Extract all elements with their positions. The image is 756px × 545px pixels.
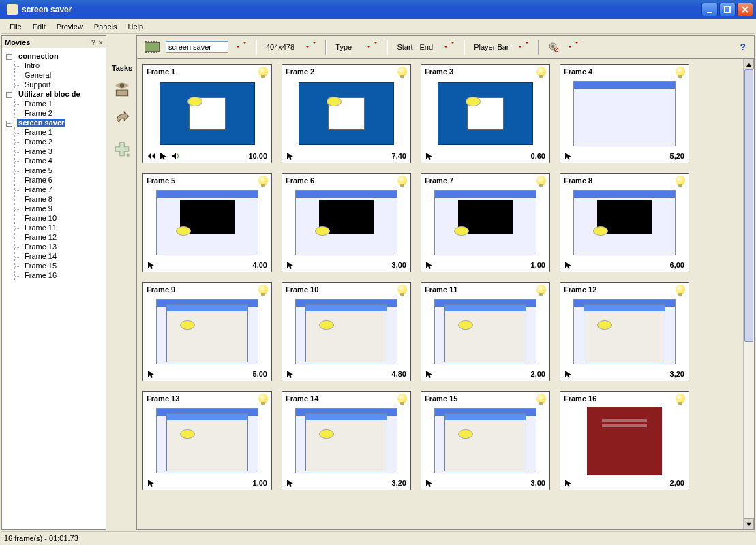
tree-item[interactable]: Frame 13 bbox=[20, 242, 104, 251]
frame-thumbnail[interactable] bbox=[431, 405, 540, 476]
frame-card[interactable]: Frame 110,00 bbox=[142, 64, 272, 164]
panel-help-button[interactable]: ? bbox=[91, 38, 96, 46]
frame-thumbnail[interactable] bbox=[153, 405, 262, 476]
scroll-down-button[interactable]: ▼ bbox=[744, 518, 754, 529]
tree-item[interactable]: Frame 1 bbox=[20, 127, 104, 137]
frame-thumbnail[interactable] bbox=[570, 187, 679, 258]
lightbulb-icon[interactable] bbox=[258, 394, 268, 403]
panel-close-button[interactable]: × bbox=[99, 38, 103, 46]
maximize-button[interactable] bbox=[719, 3, 736, 16]
lightbulb-icon[interactable] bbox=[258, 285, 268, 294]
tree-item[interactable]: Intro bbox=[20, 61, 104, 70]
tree-node-bloc[interactable]: − Utilizar el bloc de bbox=[6, 89, 104, 99]
collapse-icon[interactable]: − bbox=[6, 92, 12, 98]
lightbulb-icon[interactable] bbox=[676, 394, 685, 403]
frame-card[interactable]: Frame 112,00 bbox=[421, 282, 550, 382]
frame-card[interactable]: Frame 131,00 bbox=[142, 391, 272, 490]
menu-edit[interactable]: Edit bbox=[27, 20, 51, 33]
lightbulb-icon[interactable] bbox=[536, 67, 546, 76]
menu-file[interactable]: File bbox=[4, 20, 27, 33]
scroll-up-button[interactable]: ▲ bbox=[744, 59, 754, 69]
frame-card[interactable]: Frame 27,40 bbox=[282, 64, 411, 164]
frame-card[interactable]: Frame 153,00 bbox=[421, 391, 550, 490]
tree-item[interactable]: Frame 6 bbox=[20, 175, 104, 185]
frame-thumbnail[interactable] bbox=[431, 187, 540, 258]
frame-card[interactable]: Frame 104,80 bbox=[282, 282, 411, 382]
lightbulb-icon[interactable] bbox=[397, 176, 407, 185]
tree-item[interactable]: Frame 15 bbox=[20, 261, 104, 270]
toolbar-help-button[interactable]: ? bbox=[736, 42, 750, 52]
movies-tree[interactable]: − connection Intro General Support − Uti… bbox=[2, 48, 106, 529]
frame-card[interactable]: Frame 71,00 bbox=[421, 173, 550, 272]
frame-card[interactable]: Frame 30,60 bbox=[421, 64, 550, 164]
vertical-scrollbar[interactable]: ▲ ▼ bbox=[743, 59, 754, 529]
lightbulb-icon[interactable] bbox=[676, 285, 685, 294]
tree-item[interactable]: Frame 5 bbox=[20, 166, 104, 175]
menu-panels[interactable]: Panels bbox=[89, 20, 123, 33]
lightbulb-icon[interactable] bbox=[397, 285, 407, 294]
tree-item[interactable]: Frame 8 bbox=[20, 194, 104, 204]
frame-thumbnail[interactable] bbox=[153, 187, 262, 258]
scroll-thumb[interactable] bbox=[744, 69, 753, 342]
lightbulb-icon[interactable] bbox=[536, 285, 546, 294]
frame-card[interactable]: Frame 45,20 bbox=[560, 64, 689, 164]
lightbulb-icon[interactable] bbox=[258, 176, 268, 185]
frame-card[interactable]: Frame 63,00 bbox=[282, 173, 411, 272]
frame-thumbnail[interactable] bbox=[431, 78, 540, 149]
close-button[interactable] bbox=[737, 3, 753, 16]
task-redo-button[interactable] bbox=[112, 109, 132, 129]
startend-dropdown[interactable]: Start - End bbox=[393, 40, 458, 54]
tree-item[interactable]: Frame 9 bbox=[20, 204, 104, 213]
frame-thumbnail[interactable] bbox=[292, 405, 401, 476]
frame-card[interactable]: Frame 143,20 bbox=[282, 391, 411, 490]
frame-thumbnail[interactable] bbox=[292, 187, 401, 258]
movie-name-input[interactable] bbox=[166, 41, 228, 53]
task-preview-button[interactable] bbox=[112, 79, 132, 99]
tree-item[interactable]: Frame 12 bbox=[20, 232, 104, 242]
lightbulb-icon[interactable] bbox=[397, 394, 407, 403]
lightbulb-icon[interactable] bbox=[536, 394, 546, 403]
tree-node-connection[interactable]: − connection bbox=[6, 51, 104, 61]
tree-item[interactable]: Frame 7 bbox=[20, 185, 104, 194]
tree-item[interactable]: General bbox=[20, 70, 104, 80]
settings-dropdown[interactable] bbox=[545, 40, 582, 54]
lightbulb-icon[interactable] bbox=[397, 67, 407, 76]
tree-item[interactable]: Frame 16 bbox=[20, 270, 104, 280]
frame-thumbnail[interactable] bbox=[570, 405, 679, 476]
size-dropdown[interactable]: 404x478 bbox=[262, 40, 320, 54]
collapse-icon[interactable]: − bbox=[6, 121, 12, 127]
tree-item[interactable]: Frame 14 bbox=[20, 251, 104, 261]
tree-node-screensaver[interactable]: − screen saver bbox=[6, 118, 104, 127]
tree-item[interactable]: Frame 3 bbox=[20, 146, 104, 156]
tb-movie-icon[interactable] bbox=[141, 40, 163, 54]
menu-preview[interactable]: Preview bbox=[51, 20, 89, 33]
lightbulb-icon[interactable] bbox=[536, 176, 546, 185]
frame-thumbnail[interactable] bbox=[431, 296, 540, 367]
frame-thumbnail[interactable] bbox=[153, 296, 262, 367]
tree-item[interactable]: Frame 1 bbox=[20, 99, 104, 108]
tree-item[interactable]: Frame 2 bbox=[20, 137, 104, 146]
type-dropdown[interactable]: Type bbox=[332, 40, 381, 54]
tree-item[interactable]: Frame 11 bbox=[20, 223, 104, 232]
lightbulb-icon[interactable] bbox=[258, 67, 268, 76]
collapse-icon[interactable]: − bbox=[6, 54, 12, 60]
lightbulb-icon[interactable] bbox=[676, 67, 685, 76]
menu-help[interactable]: Help bbox=[122, 20, 149, 33]
frame-thumbnail[interactable] bbox=[292, 296, 401, 367]
tree-item[interactable]: Frame 2 bbox=[20, 108, 104, 118]
frame-card[interactable]: Frame 54,00 bbox=[142, 173, 272, 272]
frame-card[interactable]: Frame 162,00 bbox=[560, 391, 689, 490]
playerbar-dropdown[interactable]: Player Bar bbox=[470, 40, 532, 54]
lightbulb-icon[interactable] bbox=[676, 176, 685, 185]
frame-card[interactable]: Frame 123,20 bbox=[560, 282, 689, 382]
movie-name-dropdown[interactable] bbox=[231, 40, 250, 54]
frame-thumbnail[interactable] bbox=[570, 296, 679, 367]
minimize-button[interactable] bbox=[701, 3, 718, 16]
frame-thumbnail[interactable] bbox=[292, 78, 401, 149]
task-add-button[interactable] bbox=[112, 139, 132, 159]
frame-card[interactable]: Frame 86,00 bbox=[560, 173, 689, 272]
frame-thumbnail[interactable] bbox=[153, 78, 262, 149]
tree-item[interactable]: Frame 10 bbox=[20, 213, 104, 223]
tree-item[interactable]: Frame 4 bbox=[20, 156, 104, 166]
frame-card[interactable]: Frame 95,00 bbox=[142, 282, 272, 382]
